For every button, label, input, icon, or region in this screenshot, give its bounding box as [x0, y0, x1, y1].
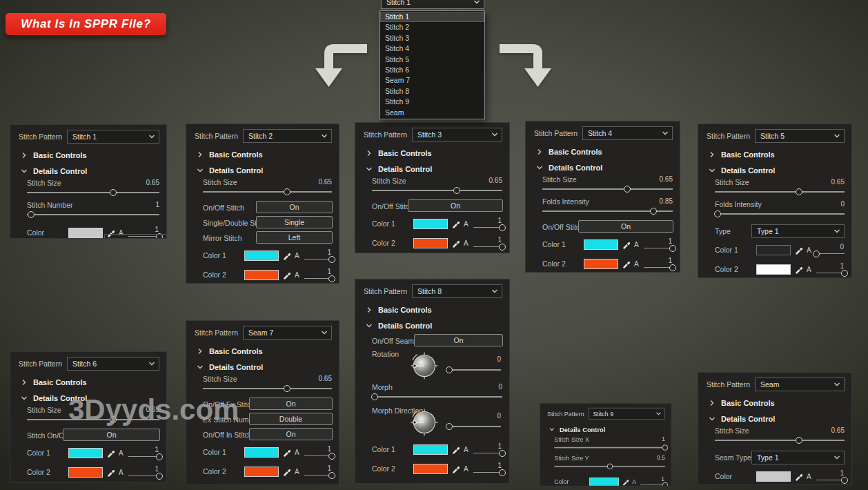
toggle-button-single-double-stitch[interactable]: Single — [256, 216, 333, 228]
dropdown-item-stitch-9[interactable]: Stitch 9 — [380, 97, 484, 107]
alpha-track[interactable] — [473, 469, 502, 476]
basic-controls-section[interactable]: Basic Controls — [364, 302, 502, 317]
slider-track[interactable] — [542, 208, 673, 215]
dropdown-seam-type[interactable]: Type 1 — [751, 451, 845, 464]
eyedropper-icon[interactable] — [622, 478, 629, 485]
eyedropper-icon[interactable] — [282, 251, 291, 260]
details-control-section[interactable]: Details Control — [364, 161, 502, 177]
slider-handle[interactable] — [446, 423, 453, 430]
slider-track[interactable] — [542, 186, 673, 193]
toggle-button-mirror-stitch[interactable]: Left — [256, 231, 333, 244]
alpha-track[interactable] — [128, 473, 159, 479]
slider-track[interactable] — [27, 211, 159, 218]
slider-handle[interactable] — [841, 477, 848, 484]
slider-handle[interactable] — [669, 245, 676, 252]
slider-handle[interactable] — [662, 482, 669, 486]
toggle-button-on-off-seam[interactable]: On — [414, 334, 503, 346]
stitch-pattern-dropdown[interactable]: Stitch 8 — [412, 284, 502, 298]
color-swatch[interactable] — [413, 238, 448, 248]
slider-handle[interactable] — [328, 453, 335, 460]
color-swatch[interactable] — [244, 270, 279, 280]
slider-handle[interactable] — [650, 208, 657, 215]
slider-handle[interactable] — [446, 366, 453, 373]
slider-handle[interactable] — [796, 188, 802, 195]
alpha-track[interactable] — [304, 472, 332, 478]
color-swatch[interactable] — [244, 447, 279, 458]
details-control-section[interactable]: Details Control — [547, 422, 665, 436]
slider-track[interactable] — [554, 444, 665, 451]
color-swatch[interactable] — [756, 471, 791, 482]
details-control-section[interactable]: Details Control — [707, 162, 845, 178]
slider-track[interactable] — [203, 188, 332, 195]
color-swatch[interactable] — [413, 444, 448, 455]
eyedropper-icon[interactable] — [451, 445, 460, 454]
stitch-pattern-dropdown[interactable]: Seam 7 — [243, 326, 332, 340]
sphere-slider-track[interactable] — [448, 366, 501, 373]
dropdown-item-stitch-4[interactable]: Stitch 4 — [380, 43, 484, 54]
slider-handle[interactable] — [796, 437, 802, 444]
slider-track[interactable] — [203, 385, 332, 392]
color-swatch[interactable] — [68, 448, 103, 458]
toggle-button-on-off-stitch[interactable]: On — [256, 201, 333, 213]
details-control-section[interactable]: Details Control — [195, 359, 332, 375]
dropdown-item-stitch-6[interactable]: Stitch 6 — [380, 65, 484, 75]
eyedropper-icon[interactable] — [106, 449, 115, 458]
eyedropper-icon[interactable] — [622, 259, 631, 268]
dropdown-item-stitch-3[interactable]: Stitch 3 — [380, 33, 484, 43]
slider-handle[interactable] — [453, 187, 460, 194]
slider-track[interactable] — [715, 188, 845, 195]
alpha-track[interactable] — [128, 453, 159, 460]
dropdown-item-seam-7[interactable]: Seam 7 — [380, 75, 484, 86]
details-control-section[interactable]: Details Control — [195, 162, 332, 178]
top-stitch-pattern-select[interactable]: Stitch 1 — [381, 0, 484, 9]
slider-track[interactable] — [372, 187, 502, 194]
eyedropper-icon[interactable] — [106, 468, 115, 477]
alpha-track[interactable] — [304, 256, 332, 262]
stitch-pattern-dropdown[interactable]: Stitch 5 — [755, 129, 845, 143]
sphere-slider-track[interactable] — [448, 423, 501, 430]
rotation-sphere-widget[interactable] — [409, 351, 440, 381]
eyedropper-icon[interactable] — [282, 448, 291, 457]
alpha-track[interactable] — [816, 251, 845, 257]
slider-handle[interactable] — [328, 275, 335, 282]
slider-handle[interactable] — [669, 264, 676, 271]
alpha-track[interactable] — [473, 244, 502, 250]
color-swatch[interactable] — [244, 467, 279, 477]
eyedropper-icon[interactable] — [282, 271, 291, 280]
color-swatch[interactable] — [584, 239, 618, 250]
slider-track[interactable] — [715, 437, 845, 444]
rotation-sphere-widget[interactable] — [409, 407, 440, 438]
eyedropper-icon[interactable] — [794, 472, 803, 481]
slider-track[interactable] — [27, 189, 159, 196]
basic-controls-section[interactable]: Basic Controls — [19, 147, 159, 163]
basic-controls-section[interactable]: Basic Controls — [19, 374, 159, 390]
stitch-pattern-dropdown[interactable]: Seam — [755, 378, 845, 391]
toggle-button-stitch-on-off[interactable]: On — [63, 429, 160, 441]
stitch-pattern-dropdown[interactable]: Stitch 3 — [412, 128, 502, 141]
slider-handle[interactable] — [841, 270, 848, 277]
color-swatch[interactable] — [756, 264, 791, 275]
stitch-pattern-dropdown[interactable]: Stitch 9 — [589, 408, 665, 420]
stitch-pattern-dropdown[interactable]: Stitch 1 — [67, 130, 159, 144]
toggle-button-on-off-stitch[interactable]: On — [408, 199, 503, 212]
eyedropper-icon[interactable] — [622, 240, 631, 249]
slider-handle[interactable] — [328, 256, 335, 263]
eyedropper-icon[interactable] — [451, 219, 460, 228]
alpha-track[interactable] — [816, 477, 845, 483]
basic-controls-section[interactable]: Basic Controls — [364, 145, 502, 161]
slider-track[interactable] — [715, 210, 845, 217]
slider-handle[interactable] — [606, 464, 613, 470]
slider-handle[interactable] — [328, 472, 335, 479]
slider-handle[interactable] — [662, 444, 669, 451]
slider-handle[interactable] — [499, 244, 506, 251]
details-control-section[interactable]: Details Control — [364, 317, 502, 333]
color-swatch[interactable] — [756, 245, 791, 255]
color-swatch[interactable] — [413, 219, 448, 229]
basic-controls-section[interactable]: Basic Controls — [195, 146, 332, 162]
slider-track[interactable] — [554, 464, 665, 470]
slider-handle[interactable] — [813, 251, 820, 257]
details-control-section[interactable]: Details Control — [534, 159, 673, 175]
alpha-track[interactable] — [644, 264, 673, 271]
stitch-pattern-dropdown[interactable]: Stitch 6 — [67, 357, 159, 371]
color-swatch[interactable] — [244, 251, 279, 261]
